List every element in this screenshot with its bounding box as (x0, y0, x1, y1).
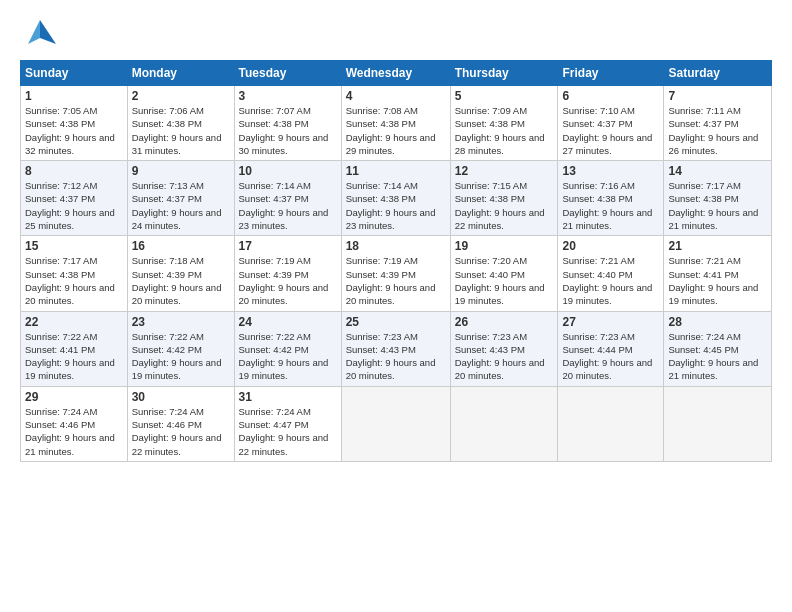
col-wednesday: Wednesday (341, 61, 450, 86)
day-info: Sunrise: 7:11 AMSunset: 4:37 PMDaylight:… (668, 105, 758, 156)
day-info: Sunrise: 7:18 AMSunset: 4:39 PMDaylight:… (132, 255, 222, 306)
day-number: 3 (239, 89, 337, 103)
day-number: 25 (346, 315, 446, 329)
day-number: 28 (668, 315, 767, 329)
day-number: 9 (132, 164, 230, 178)
table-row: 5 Sunrise: 7:09 AMSunset: 4:38 PMDayligh… (450, 86, 558, 161)
day-number: 30 (132, 390, 230, 404)
day-number: 15 (25, 239, 123, 253)
col-monday: Monday (127, 61, 234, 86)
day-info: Sunrise: 7:23 AMSunset: 4:43 PMDaylight:… (346, 331, 436, 382)
day-number: 19 (455, 239, 554, 253)
table-row: 27 Sunrise: 7:23 AMSunset: 4:44 PMDaylig… (558, 311, 664, 386)
day-info: Sunrise: 7:06 AMSunset: 4:38 PMDaylight:… (132, 105, 222, 156)
page: Sunday Monday Tuesday Wednesday Thursday… (0, 0, 792, 472)
table-row: 16 Sunrise: 7:18 AMSunset: 4:39 PMDaylig… (127, 236, 234, 311)
day-info: Sunrise: 7:14 AMSunset: 4:37 PMDaylight:… (239, 180, 329, 231)
calendar-week-row: 22 Sunrise: 7:22 AMSunset: 4:41 PMDaylig… (21, 311, 772, 386)
day-number: 21 (668, 239, 767, 253)
col-tuesday: Tuesday (234, 61, 341, 86)
table-row: 8 Sunrise: 7:12 AMSunset: 4:37 PMDayligh… (21, 161, 128, 236)
day-info: Sunrise: 7:23 AMSunset: 4:44 PMDaylight:… (562, 331, 652, 382)
col-thursday: Thursday (450, 61, 558, 86)
day-number: 26 (455, 315, 554, 329)
table-row: 31 Sunrise: 7:24 AMSunset: 4:47 PMDaylig… (234, 386, 341, 461)
day-number: 14 (668, 164, 767, 178)
table-row: 2 Sunrise: 7:06 AMSunset: 4:38 PMDayligh… (127, 86, 234, 161)
day-info: Sunrise: 7:09 AMSunset: 4:38 PMDaylight:… (455, 105, 545, 156)
day-info: Sunrise: 7:21 AMSunset: 4:40 PMDaylight:… (562, 255, 652, 306)
day-number: 4 (346, 89, 446, 103)
day-info: Sunrise: 7:12 AMSunset: 4:37 PMDaylight:… (25, 180, 115, 231)
day-info: Sunrise: 7:24 AMSunset: 4:46 PMDaylight:… (25, 406, 115, 457)
table-row: 25 Sunrise: 7:23 AMSunset: 4:43 PMDaylig… (341, 311, 450, 386)
table-row: 13 Sunrise: 7:16 AMSunset: 4:38 PMDaylig… (558, 161, 664, 236)
day-info: Sunrise: 7:19 AMSunset: 4:39 PMDaylight:… (239, 255, 329, 306)
day-number: 22 (25, 315, 123, 329)
day-number: 2 (132, 89, 230, 103)
day-number: 6 (562, 89, 659, 103)
day-info: Sunrise: 7:23 AMSunset: 4:43 PMDaylight:… (455, 331, 545, 382)
table-row: 23 Sunrise: 7:22 AMSunset: 4:42 PMDaylig… (127, 311, 234, 386)
table-row (450, 386, 558, 461)
day-info: Sunrise: 7:10 AMSunset: 4:37 PMDaylight:… (562, 105, 652, 156)
day-info: Sunrise: 7:24 AMSunset: 4:47 PMDaylight:… (239, 406, 329, 457)
day-number: 27 (562, 315, 659, 329)
day-info: Sunrise: 7:24 AMSunset: 4:45 PMDaylight:… (668, 331, 758, 382)
day-number: 7 (668, 89, 767, 103)
day-number: 20 (562, 239, 659, 253)
table-row: 21 Sunrise: 7:21 AMSunset: 4:41 PMDaylig… (664, 236, 772, 311)
day-info: Sunrise: 7:05 AMSunset: 4:38 PMDaylight:… (25, 105, 115, 156)
table-row (341, 386, 450, 461)
day-info: Sunrise: 7:16 AMSunset: 4:38 PMDaylight:… (562, 180, 652, 231)
day-number: 13 (562, 164, 659, 178)
day-number: 12 (455, 164, 554, 178)
calendar-week-row: 8 Sunrise: 7:12 AMSunset: 4:37 PMDayligh… (21, 161, 772, 236)
calendar-header-row: Sunday Monday Tuesday Wednesday Thursday… (21, 61, 772, 86)
table-row: 3 Sunrise: 7:07 AMSunset: 4:38 PMDayligh… (234, 86, 341, 161)
table-row: 24 Sunrise: 7:22 AMSunset: 4:42 PMDaylig… (234, 311, 341, 386)
table-row: 7 Sunrise: 7:11 AMSunset: 4:37 PMDayligh… (664, 86, 772, 161)
day-info: Sunrise: 7:14 AMSunset: 4:38 PMDaylight:… (346, 180, 436, 231)
col-saturday: Saturday (664, 61, 772, 86)
col-friday: Friday (558, 61, 664, 86)
day-number: 10 (239, 164, 337, 178)
day-info: Sunrise: 7:15 AMSunset: 4:38 PMDaylight:… (455, 180, 545, 231)
table-row: 20 Sunrise: 7:21 AMSunset: 4:40 PMDaylig… (558, 236, 664, 311)
table-row: 10 Sunrise: 7:14 AMSunset: 4:37 PMDaylig… (234, 161, 341, 236)
table-row: 28 Sunrise: 7:24 AMSunset: 4:45 PMDaylig… (664, 311, 772, 386)
day-number: 23 (132, 315, 230, 329)
day-info: Sunrise: 7:17 AMSunset: 4:38 PMDaylight:… (668, 180, 758, 231)
table-row: 17 Sunrise: 7:19 AMSunset: 4:39 PMDaylig… (234, 236, 341, 311)
day-number: 11 (346, 164, 446, 178)
header (20, 16, 772, 54)
day-number: 24 (239, 315, 337, 329)
day-info: Sunrise: 7:22 AMSunset: 4:41 PMDaylight:… (25, 331, 115, 382)
table-row: 1 Sunrise: 7:05 AMSunset: 4:38 PMDayligh… (21, 86, 128, 161)
day-info: Sunrise: 7:07 AMSunset: 4:38 PMDaylight:… (239, 105, 329, 156)
table-row: 4 Sunrise: 7:08 AMSunset: 4:38 PMDayligh… (341, 86, 450, 161)
day-info: Sunrise: 7:19 AMSunset: 4:39 PMDaylight:… (346, 255, 436, 306)
day-info: Sunrise: 7:22 AMSunset: 4:42 PMDaylight:… (239, 331, 329, 382)
day-info: Sunrise: 7:22 AMSunset: 4:42 PMDaylight:… (132, 331, 222, 382)
day-number: 18 (346, 239, 446, 253)
table-row: 30 Sunrise: 7:24 AMSunset: 4:46 PMDaylig… (127, 386, 234, 461)
table-row: 22 Sunrise: 7:22 AMSunset: 4:41 PMDaylig… (21, 311, 128, 386)
calendar-week-row: 29 Sunrise: 7:24 AMSunset: 4:46 PMDaylig… (21, 386, 772, 461)
day-info: Sunrise: 7:24 AMSunset: 4:46 PMDaylight:… (132, 406, 222, 457)
table-row: 26 Sunrise: 7:23 AMSunset: 4:43 PMDaylig… (450, 311, 558, 386)
day-info: Sunrise: 7:13 AMSunset: 4:37 PMDaylight:… (132, 180, 222, 231)
day-number: 16 (132, 239, 230, 253)
table-row: 14 Sunrise: 7:17 AMSunset: 4:38 PMDaylig… (664, 161, 772, 236)
day-number: 17 (239, 239, 337, 253)
calendar-week-row: 1 Sunrise: 7:05 AMSunset: 4:38 PMDayligh… (21, 86, 772, 161)
col-sunday: Sunday (21, 61, 128, 86)
day-number: 8 (25, 164, 123, 178)
table-row: 15 Sunrise: 7:17 AMSunset: 4:38 PMDaylig… (21, 236, 128, 311)
table-row: 11 Sunrise: 7:14 AMSunset: 4:38 PMDaylig… (341, 161, 450, 236)
table-row: 6 Sunrise: 7:10 AMSunset: 4:37 PMDayligh… (558, 86, 664, 161)
day-info: Sunrise: 7:21 AMSunset: 4:41 PMDaylight:… (668, 255, 758, 306)
table-row: 18 Sunrise: 7:19 AMSunset: 4:39 PMDaylig… (341, 236, 450, 311)
day-number: 5 (455, 89, 554, 103)
logo (20, 16, 62, 54)
